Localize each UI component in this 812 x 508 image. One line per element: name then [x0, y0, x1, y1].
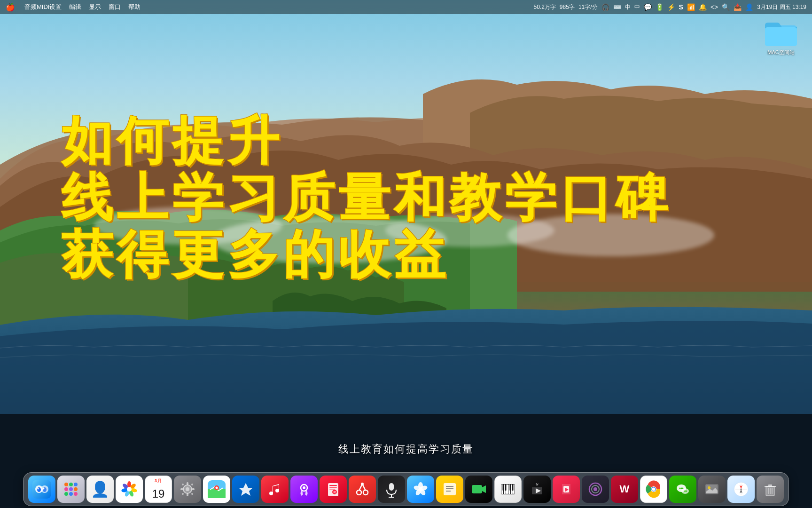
svg-point-47: [216, 487, 218, 489]
status-icon-wechat: 💬: [644, 3, 652, 11]
dock-app-jianying[interactable]: [349, 476, 376, 503]
status-icon-4: 📥: [734, 3, 742, 11]
dock-app-xiaohongshu[interactable]: R: [320, 476, 347, 503]
svg-rect-40: [181, 483, 184, 486]
svg-point-33: [127, 487, 132, 492]
svg-point-13: [43, 487, 47, 492]
svg-point-96: [652, 488, 656, 491]
dock-app-petal[interactable]: [407, 476, 434, 503]
svg-point-91: [593, 487, 597, 491]
svg-rect-85: [512, 484, 514, 491]
svg-point-35: [186, 487, 189, 491]
svg-point-12: [37, 487, 41, 492]
dock-app-store[interactable]: [232, 476, 259, 503]
svg-rect-43: [191, 492, 194, 495]
menu-help[interactable]: 帮助: [128, 3, 141, 11]
svg-rect-37: [187, 493, 188, 496]
dock-app-singing[interactable]: [378, 476, 405, 503]
dock-app-safari[interactable]: [727, 476, 755, 503]
svg-point-98: [679, 488, 681, 489]
menu-window[interactable]: 窗口: [109, 3, 121, 11]
dock-app-music[interactable]: [261, 476, 289, 503]
status-speed: 11字/分: [578, 3, 598, 11]
headline-line2: 线上学习质量和教学口碑: [61, 170, 671, 227]
svg-rect-36: [187, 482, 188, 485]
dock-app-photos[interactable]: [116, 476, 143, 503]
calendar-month: 3月: [155, 478, 162, 484]
dock: 👤 3月 19: [23, 472, 789, 506]
dock-app-wps[interactable]: W: [611, 476, 638, 503]
svg-text:W: W: [620, 483, 630, 495]
menubar-right: 50.2万字 985字 11字/分 🎧 ⌨️ 中 中 💬 🔋 ⚡ S 📶 🔔 <…: [534, 3, 807, 11]
status-words: 985字: [560, 3, 575, 11]
dock-app-launchpad[interactable]: [57, 476, 85, 503]
dock-app-imagecapture[interactable]: [698, 476, 726, 503]
svg-point-16: [64, 483, 68, 486]
svg-rect-53: [329, 489, 335, 490]
status-cn-1: 中: [625, 3, 631, 11]
svg-point-69: [419, 487, 422, 491]
svg-text:tv: tv: [536, 483, 539, 486]
svg-point-60: [361, 483, 364, 485]
svg-rect-115: [768, 484, 772, 486]
headline-line3: 获得更多的收益: [61, 227, 671, 284]
status-icon-3: 🔔: [699, 3, 707, 11]
svg-point-57: [363, 490, 368, 495]
svg-point-21: [74, 487, 78, 491]
dock-app-piano[interactable]: [494, 476, 522, 503]
dock-app-finder[interactable]: [28, 476, 55, 503]
dock-app-chrome[interactable]: [640, 476, 667, 503]
svg-point-107: [708, 486, 710, 489]
folder-label: MAC空间站: [767, 49, 794, 56]
svg-rect-51: [329, 485, 337, 486]
dock-app-appletv[interactable]: tv: [523, 476, 551, 503]
dock-app-cut2[interactable]: [553, 476, 580, 503]
svg-point-99: [681, 488, 682, 489]
svg-point-14: [38, 488, 39, 490]
desktop-folder[interactable]: MAC空间站: [764, 19, 798, 56]
main-headline: 如何提升 线上学习质量和教学口碑 获得更多的收益: [61, 113, 671, 284]
svg-point-56: [357, 490, 361, 495]
svg-rect-7: [765, 27, 797, 46]
dock-app-stickies[interactable]: [436, 476, 463, 503]
svg-text:R: R: [333, 491, 336, 494]
menubar-left: 🍎 音频MIDI设置 编辑 显示 窗口 帮助: [6, 3, 141, 12]
dock-app-preferences[interactable]: [174, 476, 201, 503]
status-bluetooth: ⚡: [667, 3, 675, 11]
dock-app-obs[interactable]: [582, 476, 609, 503]
svg-point-102: [684, 491, 685, 492]
dock-app-trash[interactable]: [757, 476, 784, 503]
svg-rect-84: [510, 484, 511, 491]
status-cn-2: 中: [634, 3, 640, 11]
svg-point-18: [74, 483, 78, 486]
dock-app-facetime[interactable]: [465, 476, 492, 503]
status-s: S: [679, 3, 683, 11]
dock-app-podcasts[interactable]: [290, 476, 318, 503]
status-wifi: 📶: [687, 3, 695, 11]
apple-menu[interactable]: 🍎: [6, 3, 15, 12]
headline-line1: 如何提升: [61, 113, 671, 170]
status-icon-2: ⌨️: [613, 3, 621, 11]
menu-edit[interactable]: 编辑: [69, 3, 81, 11]
svg-rect-83: [505, 484, 507, 491]
status-battery: 🔋: [656, 3, 664, 11]
status-arrows: <>: [710, 3, 718, 11]
app-name[interactable]: 音频MIDI设置: [24, 3, 62, 11]
menu-display[interactable]: 显示: [89, 3, 101, 11]
subtitle: 线上教育如何提高学习质量: [338, 442, 474, 456]
dock-app-contacts[interactable]: 👤: [86, 476, 114, 503]
svg-point-20: [69, 487, 73, 491]
svg-point-17: [69, 483, 73, 486]
svg-point-103: [685, 491, 686, 492]
svg-rect-39: [192, 488, 195, 490]
dock-app-maps[interactable]: [203, 476, 230, 503]
svg-rect-74: [472, 485, 482, 493]
status-icon-1: 🎧: [601, 3, 609, 11]
dock-app-wechat[interactable]: [669, 476, 696, 503]
calendar-day: 19: [152, 487, 165, 500]
status-user: 👤: [745, 3, 753, 11]
dock-app-calendar[interactable]: 3月 19: [145, 476, 172, 503]
svg-rect-52: [329, 487, 337, 488]
status-search[interactable]: 🔍: [722, 3, 730, 11]
svg-point-15: [43, 488, 45, 490]
